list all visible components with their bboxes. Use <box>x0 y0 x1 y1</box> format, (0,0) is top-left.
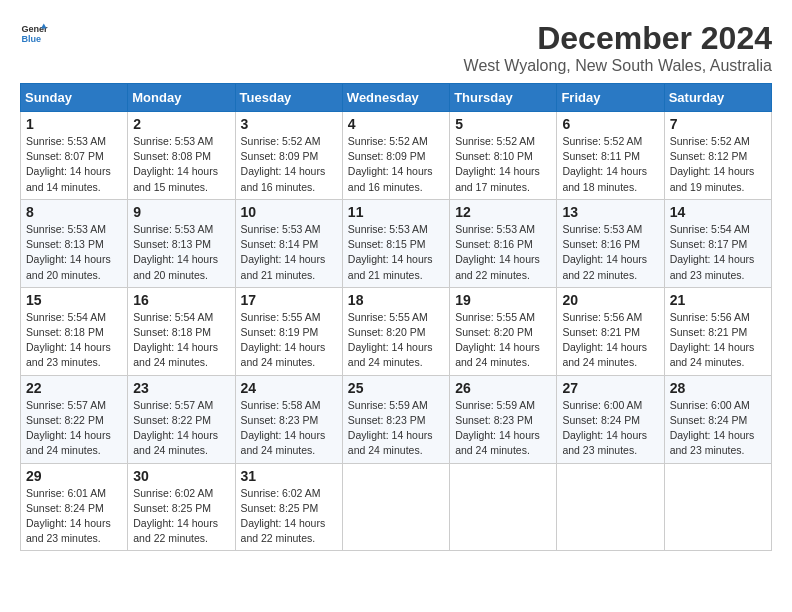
day-info: Sunrise: 6:02 AM Sunset: 8:25 PM Dayligh… <box>241 486 337 547</box>
calendar-cell: 30 Sunrise: 6:02 AM Sunset: 8:25 PM Dayl… <box>128 463 235 551</box>
day-number: 9 <box>133 204 229 220</box>
calendar-cell: 31 Sunrise: 6:02 AM Sunset: 8:25 PM Dayl… <box>235 463 342 551</box>
calendar-cell <box>342 463 449 551</box>
day-info: Sunrise: 5:56 AM Sunset: 8:21 PM Dayligh… <box>562 310 658 371</box>
day-number: 4 <box>348 116 444 132</box>
day-number: 3 <box>241 116 337 132</box>
calendar-cell: 29 Sunrise: 6:01 AM Sunset: 8:24 PM Dayl… <box>21 463 128 551</box>
calendar-cell: 28 Sunrise: 6:00 AM Sunset: 8:24 PM Dayl… <box>664 375 771 463</box>
day-info: Sunrise: 5:54 AM Sunset: 8:18 PM Dayligh… <box>133 310 229 371</box>
day-info: Sunrise: 5:54 AM Sunset: 8:18 PM Dayligh… <box>26 310 122 371</box>
day-info: Sunrise: 6:00 AM Sunset: 8:24 PM Dayligh… <box>562 398 658 459</box>
day-info: Sunrise: 5:53 AM Sunset: 8:16 PM Dayligh… <box>562 222 658 283</box>
day-info: Sunrise: 5:52 AM Sunset: 8:11 PM Dayligh… <box>562 134 658 195</box>
day-number: 27 <box>562 380 658 396</box>
day-number: 6 <box>562 116 658 132</box>
day-number: 16 <box>133 292 229 308</box>
day-info: Sunrise: 6:02 AM Sunset: 8:25 PM Dayligh… <box>133 486 229 547</box>
day-number: 19 <box>455 292 551 308</box>
logo: General Blue General Blue <box>20 20 48 48</box>
day-info: Sunrise: 5:57 AM Sunset: 8:22 PM Dayligh… <box>133 398 229 459</box>
day-number: 22 <box>26 380 122 396</box>
svg-text:Blue: Blue <box>21 34 41 44</box>
calendar-cell: 10 Sunrise: 5:53 AM Sunset: 8:14 PM Dayl… <box>235 199 342 287</box>
day-number: 5 <box>455 116 551 132</box>
day-info: Sunrise: 5:53 AM Sunset: 8:13 PM Dayligh… <box>26 222 122 283</box>
day-info: Sunrise: 5:56 AM Sunset: 8:21 PM Dayligh… <box>670 310 766 371</box>
day-number: 11 <box>348 204 444 220</box>
day-info: Sunrise: 6:00 AM Sunset: 8:24 PM Dayligh… <box>670 398 766 459</box>
calendar-cell <box>450 463 557 551</box>
day-number: 13 <box>562 204 658 220</box>
day-info: Sunrise: 5:57 AM Sunset: 8:22 PM Dayligh… <box>26 398 122 459</box>
calendar-cell <box>664 463 771 551</box>
day-info: Sunrise: 5:59 AM Sunset: 8:23 PM Dayligh… <box>455 398 551 459</box>
calendar-cell: 5 Sunrise: 5:52 AM Sunset: 8:10 PM Dayli… <box>450 112 557 200</box>
day-number: 10 <box>241 204 337 220</box>
day-number: 26 <box>455 380 551 396</box>
calendar-cell: 23 Sunrise: 5:57 AM Sunset: 8:22 PM Dayl… <box>128 375 235 463</box>
day-info: Sunrise: 6:01 AM Sunset: 8:24 PM Dayligh… <box>26 486 122 547</box>
calendar-row-1: 1 Sunrise: 5:53 AM Sunset: 8:07 PM Dayli… <box>21 112 772 200</box>
header-wednesday: Wednesday <box>342 84 449 112</box>
calendar-cell: 17 Sunrise: 5:55 AM Sunset: 8:19 PM Dayl… <box>235 287 342 375</box>
calendar-cell: 13 Sunrise: 5:53 AM Sunset: 8:16 PM Dayl… <box>557 199 664 287</box>
calendar-cell <box>557 463 664 551</box>
calendar-cell: 9 Sunrise: 5:53 AM Sunset: 8:13 PM Dayli… <box>128 199 235 287</box>
calendar-cell: 21 Sunrise: 5:56 AM Sunset: 8:21 PM Dayl… <box>664 287 771 375</box>
calendar-cell: 6 Sunrise: 5:52 AM Sunset: 8:11 PM Dayli… <box>557 112 664 200</box>
calendar-table: Sunday Monday Tuesday Wednesday Thursday… <box>20 83 772 551</box>
day-number: 15 <box>26 292 122 308</box>
calendar-row-2: 8 Sunrise: 5:53 AM Sunset: 8:13 PM Dayli… <box>21 199 772 287</box>
day-info: Sunrise: 5:52 AM Sunset: 8:09 PM Dayligh… <box>241 134 337 195</box>
day-info: Sunrise: 5:53 AM Sunset: 8:08 PM Dayligh… <box>133 134 229 195</box>
day-number: 2 <box>133 116 229 132</box>
day-number: 20 <box>562 292 658 308</box>
title-area: December 2024 West Wyalong, New South Wa… <box>464 20 772 75</box>
calendar-row-5: 29 Sunrise: 6:01 AM Sunset: 8:24 PM Dayl… <box>21 463 772 551</box>
header: General Blue General Blue December 2024 … <box>20 20 772 75</box>
day-number: 14 <box>670 204 766 220</box>
day-info: Sunrise: 5:55 AM Sunset: 8:19 PM Dayligh… <box>241 310 337 371</box>
day-number: 12 <box>455 204 551 220</box>
header-tuesday: Tuesday <box>235 84 342 112</box>
calendar-cell: 12 Sunrise: 5:53 AM Sunset: 8:16 PM Dayl… <box>450 199 557 287</box>
calendar-cell: 22 Sunrise: 5:57 AM Sunset: 8:22 PM Dayl… <box>21 375 128 463</box>
header-monday: Monday <box>128 84 235 112</box>
day-number: 24 <box>241 380 337 396</box>
calendar-cell: 7 Sunrise: 5:52 AM Sunset: 8:12 PM Dayli… <box>664 112 771 200</box>
header-thursday: Thursday <box>450 84 557 112</box>
calendar-row-4: 22 Sunrise: 5:57 AM Sunset: 8:22 PM Dayl… <box>21 375 772 463</box>
header-sunday: Sunday <box>21 84 128 112</box>
day-info: Sunrise: 5:54 AM Sunset: 8:17 PM Dayligh… <box>670 222 766 283</box>
day-number: 21 <box>670 292 766 308</box>
weekday-header-row: Sunday Monday Tuesday Wednesday Thursday… <box>21 84 772 112</box>
day-number: 23 <box>133 380 229 396</box>
calendar-cell: 3 Sunrise: 5:52 AM Sunset: 8:09 PM Dayli… <box>235 112 342 200</box>
calendar-cell: 19 Sunrise: 5:55 AM Sunset: 8:20 PM Dayl… <box>450 287 557 375</box>
calendar-cell: 11 Sunrise: 5:53 AM Sunset: 8:15 PM Dayl… <box>342 199 449 287</box>
day-info: Sunrise: 5:52 AM Sunset: 8:12 PM Dayligh… <box>670 134 766 195</box>
day-info: Sunrise: 5:53 AM Sunset: 8:16 PM Dayligh… <box>455 222 551 283</box>
day-number: 8 <box>26 204 122 220</box>
calendar-cell: 26 Sunrise: 5:59 AM Sunset: 8:23 PM Dayl… <box>450 375 557 463</box>
calendar-cell: 1 Sunrise: 5:53 AM Sunset: 8:07 PM Dayli… <box>21 112 128 200</box>
calendar-cell: 2 Sunrise: 5:53 AM Sunset: 8:08 PM Dayli… <box>128 112 235 200</box>
day-info: Sunrise: 5:58 AM Sunset: 8:23 PM Dayligh… <box>241 398 337 459</box>
day-number: 7 <box>670 116 766 132</box>
header-friday: Friday <box>557 84 664 112</box>
calendar-cell: 20 Sunrise: 5:56 AM Sunset: 8:21 PM Dayl… <box>557 287 664 375</box>
day-info: Sunrise: 5:53 AM Sunset: 8:14 PM Dayligh… <box>241 222 337 283</box>
header-saturday: Saturday <box>664 84 771 112</box>
day-number: 17 <box>241 292 337 308</box>
calendar-cell: 15 Sunrise: 5:54 AM Sunset: 8:18 PM Dayl… <box>21 287 128 375</box>
day-number: 31 <box>241 468 337 484</box>
day-number: 25 <box>348 380 444 396</box>
calendar-cell: 16 Sunrise: 5:54 AM Sunset: 8:18 PM Dayl… <box>128 287 235 375</box>
day-number: 29 <box>26 468 122 484</box>
day-info: Sunrise: 5:53 AM Sunset: 8:15 PM Dayligh… <box>348 222 444 283</box>
day-info: Sunrise: 5:52 AM Sunset: 8:09 PM Dayligh… <box>348 134 444 195</box>
calendar-cell: 27 Sunrise: 6:00 AM Sunset: 8:24 PM Dayl… <box>557 375 664 463</box>
day-info: Sunrise: 5:52 AM Sunset: 8:10 PM Dayligh… <box>455 134 551 195</box>
day-number: 28 <box>670 380 766 396</box>
